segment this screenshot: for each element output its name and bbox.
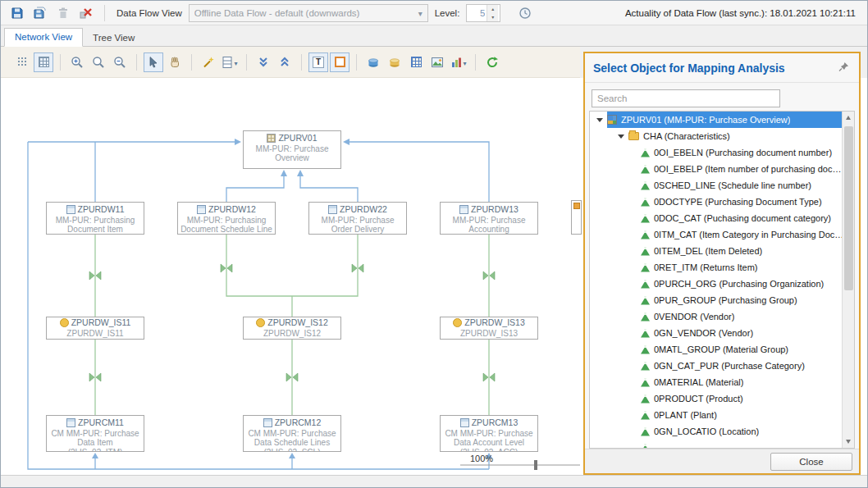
characteristic-icon <box>641 230 650 239</box>
tree-scrollbar[interactable] <box>842 112 854 448</box>
datasource-icon <box>263 418 272 427</box>
characteristic-icon <box>641 296 650 305</box>
node-subtitle: MM-PUR: Purchase Overview <box>244 144 340 163</box>
refresh-button[interactable] <box>482 52 502 72</box>
tree-item-partial[interactable] <box>590 440 842 449</box>
tree-item[interactable]: 0OI_EBELP (Item number of purchasing doc… <box>590 161 842 177</box>
analysis-chart-icon <box>450 56 462 69</box>
chevron-down-icon <box>462 56 466 68</box>
tree-item-label: 0MATERIAL (Material) <box>654 377 743 387</box>
tree-item[interactable]: 0GN_VENDOR (Vendor) <box>590 325 842 341</box>
zoom-original-button[interactable] <box>89 52 108 72</box>
save-button[interactable] <box>7 3 27 23</box>
tree-item[interactable]: 0MATL_GROUP (Material Group) <box>590 341 842 358</box>
zoom-out-button[interactable] <box>110 52 130 72</box>
tree-item[interactable]: 0PUR_GROUP (Purchasing Group) <box>590 292 842 308</box>
separator <box>301 54 302 71</box>
level-label: Level: <box>435 8 460 18</box>
delete-button[interactable] <box>53 3 73 23</box>
flow-node-zpurcm13[interactable]: ZPURCM13 CM MM-PUR: Purchase Data Accoun… <box>440 415 538 452</box>
flow-node-partial[interactable] <box>571 200 582 235</box>
scroll-down-icon[interactable] <box>843 436 855 448</box>
pin-button[interactable] <box>836 61 851 75</box>
spinner-down-icon[interactable]: ▾ <box>487 13 498 21</box>
expand-all-button[interactable] <box>275 52 295 72</box>
flow-node-zpurdw-is12[interactable]: ZPURDW_IS12 ZPURDW_IS12 <box>243 317 341 340</box>
flow-node-zpurdw12[interactable]: ZPURDW12 MM-PUR: Purchasing Document Sch… <box>177 202 276 235</box>
grid-small-button[interactable] <box>406 52 426 72</box>
save-all-button[interactable] <box>30 3 50 23</box>
node-subtitle: MM-PUR: Purchase Accounting <box>441 215 537 235</box>
collapse-all-button[interactable] <box>254 52 273 72</box>
tree-item[interactable]: 0ITEM_DEL (Item Deleted) <box>590 243 842 259</box>
flow-node-zpurdw-is13[interactable]: ZPURDW_IS13 ZPURDW_IS13 <box>440 317 538 340</box>
flow-node-zpurdw22[interactable]: ZPURDW22 MM-PUR: Purchase Order Delivery… <box>308 202 407 235</box>
sync-time-button[interactable] <box>515 3 535 23</box>
tree-item[interactable]: 0GN_LOCATIO (Location) <box>590 423 842 440</box>
tree-item[interactable]: 0PRODUCT (Product) <box>590 390 842 407</box>
tree-item[interactable]: 0SCHED_LINE (Schedule line number) <box>590 177 842 194</box>
dso-icon <box>328 205 337 214</box>
level-input[interactable] <box>467 5 487 21</box>
tree-item-root[interactable]: ZPURV01 (MM-PUR: Purchase Overview) <box>590 112 842 128</box>
tree-item-label: 0GN_LOCATIO (Location) <box>654 426 759 436</box>
stack-blue-button[interactable] <box>363 52 383 72</box>
spinner-up-icon[interactable]: ▴ <box>487 5 498 13</box>
level-spinner[interactable]: ▴ ▾ <box>466 4 500 22</box>
node-title: ZPURDW12 <box>208 205 256 215</box>
export-image-button[interactable] <box>427 52 447 72</box>
snap-grid-button[interactable] <box>12 52 32 72</box>
tab-tree-view[interactable]: Tree View <box>83 30 144 47</box>
chevron-down-icon <box>233 56 237 68</box>
flow-node-zpurcm11[interactable]: ZPURCM11 CM MM-PUR: Purchase Data Item (… <box>46 415 144 452</box>
search-input[interactable] <box>592 89 780 107</box>
tree-item[interactable]: 0PURCH_ORG (Purchasing Organization) <box>590 276 842 292</box>
tree-item-label: 0MATL_GROUP (Material Group) <box>654 344 788 354</box>
tree-item[interactable]: 0DOCTYPE (Purchasing Document Type) <box>590 194 842 210</box>
expander-icon[interactable] <box>618 135 624 139</box>
column-layout-button[interactable] <box>220 52 240 72</box>
chevron-down-icon <box>418 8 423 18</box>
tree-item[interactable]: 0OI_EBELN (Purchasing document number) <box>590 144 842 161</box>
pan-hand-icon <box>168 56 181 69</box>
expander-icon[interactable] <box>596 118 603 122</box>
flow-node-zpurcm12[interactable]: ZPURCM12 CM MM-PUR: Purchase Data Schedu… <box>243 415 341 452</box>
highlight-frame-button[interactable] <box>330 52 349 72</box>
app-window: Data Flow View Offline Data Flow - defau… <box>0 0 868 488</box>
sync-clock-icon <box>519 7 532 20</box>
tree-item[interactable]: 0VENDOR (Vendor) <box>590 308 842 325</box>
flow-node-zpurv01[interactable]: ZPURV01 MM-PUR: Purchase Overview <box>243 130 341 169</box>
flow-node-zpurdw-is11[interactable]: ZPURDW_IS11 ZPURDW_IS11 <box>46 317 144 340</box>
zoom-original-icon <box>92 56 105 69</box>
spinner-buttons: ▴ ▾ <box>487 5 498 21</box>
node-subtitle: ZPURDW_IS11 <box>47 328 144 339</box>
data-flow-select[interactable]: Offline Data Flow - default (downwards) <box>189 4 428 22</box>
scroll-up-icon[interactable] <box>843 112 855 124</box>
auto-layout-wand-button[interactable] <box>199 52 218 72</box>
tree-item-folder[interactable]: CHA (Characteristics) <box>590 128 842 144</box>
tree-item[interactable]: 0MATERIAL (Material) <box>590 374 842 390</box>
node-subtitle: CM MM-PUR: Purchase Data Item (2LIS_02_I… <box>47 428 144 453</box>
flow-node-zpurdw11[interactable]: ZPURDW11 MM-PUR: Purchasing Document Ite… <box>46 202 144 235</box>
scrollbar-thumb[interactable] <box>844 126 853 290</box>
remove-data-flow-button[interactable] <box>76 3 96 23</box>
grid-layout-button[interactable] <box>34 52 53 72</box>
zoom-slider-thumb[interactable] <box>534 460 537 470</box>
pan-hand-button[interactable] <box>165 52 185 72</box>
tab-network-view[interactable]: Network View <box>4 28 83 47</box>
text-annotation-button[interactable]: T <box>308 52 328 72</box>
analysis-chart-button[interactable] <box>449 52 468 72</box>
tree-item[interactable]: 0GN_CAT_PUR (Purchase Category) <box>590 358 842 374</box>
infosource-icon <box>453 318 462 327</box>
tree-item[interactable]: 0RET_ITM (Returns Item) <box>590 259 842 276</box>
tree-item[interactable]: 0DOC_CAT (Puchasing document category) <box>590 210 842 226</box>
tree-item[interactable]: 0PLANT (Plant) <box>590 407 842 423</box>
zoom-in-button[interactable] <box>67 52 87 72</box>
tree-item[interactable]: 0ITM_CAT (Item Category in Purchasing Do… <box>590 226 842 243</box>
stack-yellow-button[interactable] <box>385 52 404 72</box>
select-cursor-button[interactable] <box>144 52 163 72</box>
separator <box>191 54 192 71</box>
flow-node-zpurdw13[interactable]: ZPURDW13 MM-PUR: Purchase Accounting <box>440 202 538 235</box>
close-button[interactable]: Close <box>770 453 852 471</box>
node-subtitle: CM MM-PUR: Purchase Data Account Level (… <box>441 428 537 453</box>
